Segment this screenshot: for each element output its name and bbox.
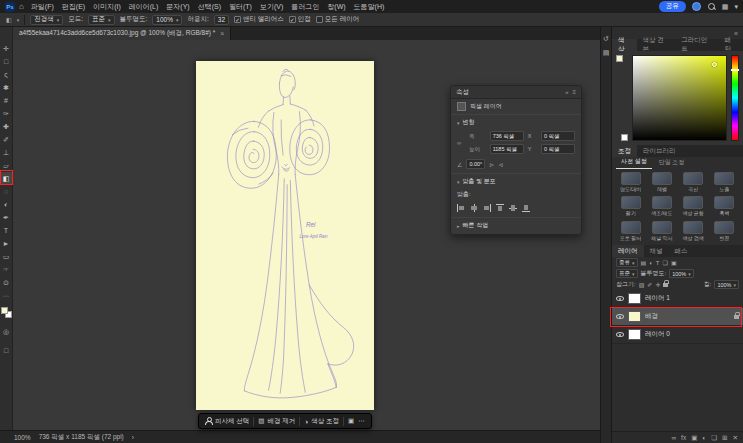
fill-source-select[interactable]: 전경색 ▾ [30,15,63,25]
saturation-brightness-field[interactable] [632,55,727,141]
lock-transparent-icon[interactable]: ▨ [639,281,645,288]
workspace-switcher-icon[interactable]: ▦ [722,3,729,11]
adjustment-item[interactable]: 색상 검색 [679,221,708,242]
adjustment-item[interactable]: 색상 균형 [679,196,708,217]
tab-swatches[interactable]: 색상 견본 [637,39,676,51]
layer-thumbnail[interactable] [628,311,641,322]
select-subject-button[interactable]: 피사체 선택 [205,417,249,426]
link-dimensions-icon[interactable]: ∞ [457,140,465,146]
user-avatar[interactable] [692,2,701,11]
adjustment-item[interactable]: 흑백 [710,196,739,217]
layer-mask-icon[interactable]: ▣ [691,434,697,442]
adjust-color-button[interactable]: ◑ 색상 조정 [304,417,339,426]
remove-background-button[interactable]: ▨ 배경 제거 [258,417,295,426]
subtab-single-adjustments[interactable]: 단일 조정 [654,157,690,169]
visibility-eye-icon[interactable] [616,332,624,337]
new-layer-icon[interactable]: ⊞ [722,434,727,442]
edit-toolbar-icon[interactable]: ⋯ [3,292,9,299]
clone-stamp-tool[interactable]: ⊥ [0,146,13,159]
x-input[interactable]: 0 픽셀 [541,131,575,141]
adjustment-item[interactable]: 레벨 [647,172,676,193]
foreground-color-swatch[interactable] [1,307,8,314]
quick-actions-header[interactable]: ▸ 빠른 작업 [451,217,581,234]
marquee-tool[interactable]: □ [0,55,13,68]
all-layers-checkbox[interactable]: 모든 레이어 [316,15,359,24]
adjustment-item[interactable]: 채널 믹서 [647,221,676,242]
tab-color[interactable]: 색상 [612,39,637,51]
menu-item[interactable]: 편집(E) [62,2,85,12]
zoom-tool[interactable]: ⊙ [0,276,13,289]
menu-item[interactable]: 창(W) [327,2,345,12]
paint-bucket-tool[interactable]: ◧ [0,172,13,185]
collapse-panel-icon[interactable]: « [565,89,568,95]
magic-wand-tool[interactable]: ✱ [0,81,13,94]
background-color-swatch[interactable] [621,134,628,141]
path-select-tool[interactable]: ► [0,237,13,250]
healing-brush-tool[interactable]: ✚ [0,120,13,133]
active-tool-icon[interactable]: ◧ [6,16,12,23]
quick-mask-icon[interactable]: ◎ [3,326,9,337]
lock-position-icon[interactable]: ✛ [655,281,660,288]
menu-item[interactable]: 문자(Y) [166,2,189,12]
align-bottom-icon[interactable] [522,204,530,212]
layer-group-icon[interactable]: ❏ [711,434,717,442]
tab-patterns[interactable]: 패턴 [719,39,743,51]
blur-tool[interactable]: ◌ [0,185,13,198]
align-left-icon[interactable] [457,204,465,212]
layer-thumbnail[interactable] [628,329,641,340]
width-input[interactable]: 736 픽셀 [490,131,524,141]
layer-effects-icon[interactable]: fx [681,434,686,441]
screen-mode-icon[interactable]: □ [4,345,8,356]
height-input[interactable]: 1185 픽셀 [490,144,524,154]
document-image[interactable]: Rei Lone April Rain [196,61,374,410]
lasso-tool[interactable]: ς [0,68,13,81]
visibility-eye-icon[interactable] [616,296,624,301]
layer-row-layer0[interactable]: 레이어 0 [612,326,743,344]
filter-type-icon[interactable]: T [656,260,660,266]
close-icon[interactable]: × [220,30,224,37]
crop-tool[interactable]: # [0,94,13,107]
anti-alias-checkbox[interactable]: 앤티 앨리어스 [234,15,284,24]
more-options-icon[interactable]: ⋯ [358,417,365,425]
menu-item[interactable]: 이미지(I) [93,2,121,12]
tab-gradients[interactable]: 그라디언트 [675,39,718,51]
tool-preset-caret-icon[interactable]: ▾ [17,17,20,23]
y-input[interactable]: 0 픽셀 [541,144,575,154]
visibility-eye-icon[interactable] [616,314,624,319]
properties-header[interactable]: 속성 « ≡ [451,86,581,99]
filter-smart-object-icon[interactable]: ▣ [671,259,677,266]
color-picker-handle[interactable] [712,62,717,67]
eraser-tool[interactable]: ▱ [0,159,13,172]
blend-mode-select[interactable]: 표준 ▾ [616,269,638,278]
flip-vertical-icon[interactable]: ⊲ [498,161,503,168]
delete-layer-icon[interactable]: ✕ [733,434,738,442]
rotation-input[interactable]: 0.00° [466,159,485,169]
shape-tool[interactable]: ▭ [0,250,13,263]
align-center-vertical-icon[interactable] [509,204,517,212]
brush-tool[interactable]: ✐ [0,133,13,146]
layer-opacity-select[interactable]: 100% ▾ [669,269,694,278]
adjustment-item[interactable]: 명도/대비 [616,172,645,193]
transform-section-header[interactable]: ▾ 변형 [451,114,581,128]
layer-thumbnail[interactable] [628,293,641,304]
lock-paint-icon[interactable]: ✐ [647,281,652,288]
info-panel-icon[interactable]: ▤ [603,49,610,57]
menu-item[interactable]: 보기(V) [260,2,283,12]
layer-filter-select[interactable]: 종류 ▾ [616,258,638,267]
menu-item[interactable]: 플러그인 [291,2,319,12]
filter-shape-icon[interactable]: ❏ [662,259,667,266]
history-panel-icon[interactable]: ↺ [603,35,609,43]
home-icon[interactable]: ⌂ [19,2,24,11]
menu-item[interactable]: 레이어(L) [129,2,159,12]
move-tool[interactable]: ✛ [0,42,13,55]
document-tab[interactable]: a4f55ekaa4714c3add6ce5d673c1030.jpg @ 10… [13,27,231,40]
tab-channels[interactable]: 채널 [644,245,669,257]
share-button[interactable]: 공유 [659,1,686,12]
adjustment-item[interactable]: 노출 [710,172,739,193]
tab-paths[interactable]: 패스 [669,245,694,257]
fill-select[interactable]: 100% ▾ [714,280,739,289]
adjustment-layer-icon[interactable]: ◐ [702,434,706,441]
menu-item[interactable]: 필터(T) [229,2,252,12]
align-right-icon[interactable] [483,204,491,212]
contiguous-checkbox[interactable]: 인접 [289,15,311,24]
